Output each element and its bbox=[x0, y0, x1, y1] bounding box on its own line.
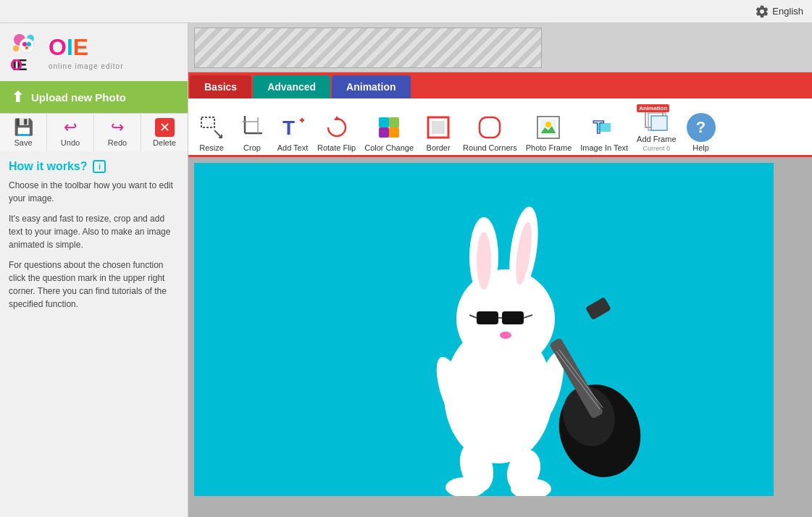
delete-label: Delete bbox=[153, 138, 176, 147]
svg-rect-26 bbox=[432, 121, 445, 134]
logo-subtitle: online image editor bbox=[49, 62, 124, 70]
round-corners-tool[interactable]: Round Corners bbox=[459, 110, 522, 155]
add-frame-label: Add Frame bbox=[637, 135, 676, 143]
resize-icon bbox=[197, 113, 226, 142]
svg-text:O: O bbox=[10, 56, 22, 72]
svg-point-2 bbox=[13, 46, 19, 51]
image-in-text-icon: T bbox=[590, 113, 619, 142]
svg-rect-22 bbox=[389, 127, 399, 138]
logo-e: E bbox=[73, 34, 88, 61]
svg-text:T: T bbox=[282, 117, 295, 139]
preview-strip bbox=[188, 23, 812, 72]
upload-label: Upload new Photo bbox=[31, 91, 126, 104]
svg-rect-27 bbox=[480, 117, 500, 138]
round-corners-icon bbox=[475, 113, 504, 142]
color-change-label: Color Change bbox=[364, 143, 414, 152]
photo-frame-tool[interactable]: Photo Frame bbox=[522, 110, 577, 155]
animation-badge: Animation bbox=[637, 104, 669, 112]
logo-o: O bbox=[49, 34, 67, 61]
save-icon: 💾 bbox=[14, 118, 33, 137]
color-change-tool[interactable]: Color Change bbox=[360, 110, 418, 155]
how-para-3: For questions about the chosen function … bbox=[9, 258, 179, 311]
canvas bbox=[194, 163, 774, 496]
sidebar: IE O O I E online image editor ⬆ Upload … bbox=[0, 23, 188, 517]
border-label: Border bbox=[427, 143, 451, 152]
delete-button[interactable]: ✕ Delete bbox=[141, 114, 188, 151]
content-area: Basics Advanced Animation Resize bbox=[188, 23, 812, 517]
rotate-flip-label: Rotate Flip bbox=[317, 143, 356, 152]
redo-label: Redo bbox=[108, 138, 127, 147]
how-para-2: It's easy and fast to resize, crop and a… bbox=[9, 212, 179, 251]
add-text-tool[interactable]: T Add Text bbox=[272, 110, 313, 155]
svg-line-11 bbox=[214, 130, 222, 138]
image-in-text-label: Image In Text bbox=[580, 143, 628, 152]
gear-icon bbox=[755, 4, 769, 19]
animation-icon: Animation bbox=[642, 104, 671, 133]
main-layout: IE O O I E online image editor ⬆ Upload … bbox=[0, 23, 812, 517]
svg-marker-19 bbox=[334, 116, 340, 120]
current-label: Current 0 bbox=[643, 145, 671, 152]
resize-label: Resize bbox=[199, 143, 224, 152]
toolbar: Resize Crop T bbox=[188, 98, 812, 157]
svg-point-40 bbox=[477, 232, 491, 290]
svg-point-30 bbox=[545, 122, 551, 127]
border-icon bbox=[424, 113, 453, 142]
logo-splash-icon: IE O bbox=[9, 33, 49, 72]
tab-advanced[interactable]: Advanced bbox=[253, 75, 330, 98]
crop-tool[interactable]: Crop bbox=[232, 110, 272, 155]
svg-rect-23 bbox=[389, 117, 399, 127]
language-selector[interactable]: English bbox=[755, 4, 803, 19]
upload-photo-button[interactable]: ⬆ Upload new Photo bbox=[0, 81, 188, 113]
action-bar: 💾 Save ↩ Undo ↪ Redo ✕ Delete bbox=[0, 113, 188, 151]
rotate-flip-tool[interactable]: Rotate Flip bbox=[313, 110, 360, 155]
preview-box bbox=[194, 28, 542, 68]
round-corners-label: Round Corners bbox=[463, 143, 517, 152]
toolbar-tabs: Basics Advanced Animation bbox=[188, 72, 812, 98]
svg-rect-43 bbox=[502, 311, 524, 324]
svg-rect-10 bbox=[201, 117, 214, 127]
canvas-image bbox=[194, 163, 774, 496]
help-icon: ? bbox=[687, 113, 716, 142]
svg-point-7 bbox=[25, 46, 28, 49]
add-text-label: Add Text bbox=[277, 143, 309, 152]
save-button[interactable]: 💾 Save bbox=[0, 114, 47, 151]
undo-icon: ↩ bbox=[64, 118, 77, 137]
photo-frame-icon bbox=[534, 113, 563, 142]
help-label: Help bbox=[692, 143, 709, 152]
tab-animation[interactable]: Animation bbox=[332, 75, 410, 98]
redo-button[interactable]: ↪ Redo bbox=[94, 114, 141, 151]
photo-frame-label: Photo Frame bbox=[526, 143, 572, 152]
how-para-1: Choose in the toolbar how you want to ed… bbox=[9, 179, 179, 205]
top-bar: English bbox=[0, 0, 812, 23]
logo-area: IE O O I E online image editor bbox=[0, 23, 188, 81]
undo-button[interactable]: ↩ Undo bbox=[47, 114, 94, 151]
canvas-area bbox=[188, 157, 812, 517]
svg-rect-24 bbox=[379, 127, 389, 138]
language-label: English bbox=[772, 6, 803, 17]
svg-rect-21 bbox=[379, 117, 389, 127]
how-it-works-panel: How it works? i Choose in the toolbar ho… bbox=[0, 151, 188, 517]
svg-point-5 bbox=[22, 42, 27, 46]
how-it-works-text: Choose in the toolbar how you want to ed… bbox=[9, 179, 179, 311]
rotate-flip-icon bbox=[322, 113, 351, 142]
how-it-works-title: How it works? i bbox=[9, 160, 179, 173]
redo-icon: ↪ bbox=[111, 118, 124, 137]
save-label: Save bbox=[14, 138, 32, 147]
upload-icon: ⬆ bbox=[12, 88, 24, 106]
logo-i: I bbox=[67, 34, 73, 61]
crop-label: Crop bbox=[243, 143, 261, 152]
color-change-icon bbox=[374, 113, 403, 142]
svg-rect-35 bbox=[651, 116, 667, 130]
svg-rect-55 bbox=[585, 297, 611, 320]
add-text-icon: T bbox=[278, 113, 307, 142]
border-tool[interactable]: Border bbox=[418, 110, 459, 155]
svg-point-6 bbox=[27, 42, 31, 46]
image-in-text-tool[interactable]: T Image In Text bbox=[576, 110, 632, 155]
svg-rect-32 bbox=[598, 123, 611, 132]
resize-tool[interactable]: Resize bbox=[191, 110, 232, 155]
tab-basics[interactable]: Basics bbox=[190, 75, 251, 98]
add-frame-tool[interactable]: Animation Add Frame Current 0 bbox=[632, 101, 680, 155]
svg-rect-42 bbox=[477, 311, 498, 324]
help-tool[interactable]: ? Help bbox=[681, 110, 721, 155]
delete-icon: ✕ bbox=[155, 118, 175, 137]
